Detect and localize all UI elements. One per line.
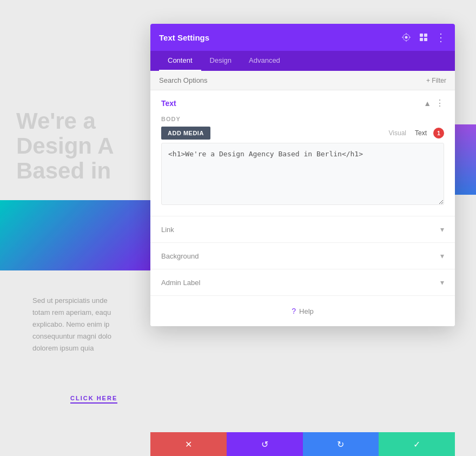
settings-panel: Text Settings ⋮ Content D	[150, 24, 455, 326]
link-section-header[interactable]: Link ▾	[150, 216, 455, 242]
svg-rect-1	[420, 34, 423, 37]
settings-icon[interactable]	[401, 32, 412, 43]
help-section: ? Help	[150, 296, 455, 326]
search-input[interactable]	[159, 76, 426, 84]
admin-label-chevron-icon: ▾	[440, 278, 444, 287]
text-section-more[interactable]: ⋮	[435, 98, 444, 108]
more-icon[interactable]: ⋮	[435, 32, 446, 43]
header-icons: ⋮	[401, 32, 446, 43]
body-editor[interactable]: <h1>We're a Design Agency Based in Berli…	[161, 143, 444, 205]
text-toggle[interactable]: Text	[413, 128, 429, 138]
link-section-title: Link	[161, 226, 174, 234]
add-media-button[interactable]: ADD MEDIA	[161, 127, 210, 140]
text-section-header: Text ▲ ⋮	[150, 90, 455, 116]
text-section: Text ▲ ⋮ Body ADD MEDIA Visual Text 1 <h…	[150, 90, 455, 216]
body-label: Body	[161, 116, 444, 122]
redo-icon: ↻	[337, 439, 344, 450]
svg-rect-3	[420, 38, 423, 41]
help-text[interactable]: Help	[299, 307, 314, 315]
cancel-button[interactable]: ✕	[150, 432, 227, 456]
section-controls: ▲ ⋮	[424, 98, 444, 108]
editor-toggle: Visual Text 1	[387, 128, 444, 138]
save-button[interactable]: ✓	[379, 432, 455, 456]
svg-rect-2	[424, 34, 427, 37]
admin-label-section: Admin Label ▾	[150, 269, 455, 296]
text-collapse-chevron[interactable]: ▲	[424, 99, 431, 108]
svg-point-0	[405, 36, 408, 39]
admin-label-title: Admin Label	[161, 279, 200, 287]
editor-toolbar: ADD MEDIA Visual Text 1	[161, 127, 444, 140]
visual-toggle[interactable]: Visual	[387, 128, 408, 138]
panel-tabs: Content Design Advanced	[150, 51, 455, 71]
panel-title: Text Settings	[159, 33, 209, 42]
background-section-header[interactable]: Background ▾	[150, 243, 455, 269]
tab-design[interactable]: Design	[201, 51, 240, 71]
admin-label-section-header[interactable]: Admin Label ▾	[150, 269, 455, 295]
panel-content: Text ▲ ⋮ Body ADD MEDIA Visual Text 1 <h…	[150, 90, 455, 326]
background-chevron-icon: ▾	[440, 252, 444, 260]
search-bar: + Filter	[150, 71, 455, 90]
tab-advanced[interactable]: Advanced	[240, 51, 289, 71]
tab-content[interactable]: Content	[159, 51, 201, 71]
text-section-title: Text	[161, 99, 176, 108]
background-section-title: Background	[161, 252, 199, 260]
body-field: Body ADD MEDIA Visual Text 1 <h1>We're a…	[150, 116, 455, 216]
notification-badge: 1	[433, 128, 444, 138]
action-bar: ✕ ↺ ↻ ✓	[150, 432, 455, 456]
link-section: Link ▾	[150, 216, 455, 243]
background-section: Background ▾	[150, 243, 455, 269]
save-icon: ✓	[413, 439, 420, 450]
link-chevron-icon: ▾	[440, 225, 444, 234]
svg-rect-4	[424, 38, 427, 41]
filter-button[interactable]: + Filter	[426, 77, 446, 84]
panel-header: Text Settings ⋮	[150, 24, 455, 51]
help-icon: ?	[292, 307, 296, 315]
cancel-icon: ✕	[185, 439, 192, 450]
undo-button[interactable]: ↺	[227, 432, 303, 456]
undo-icon: ↺	[261, 439, 268, 450]
redo-button[interactable]: ↻	[303, 432, 379, 456]
layout-icon[interactable]	[418, 32, 429, 43]
